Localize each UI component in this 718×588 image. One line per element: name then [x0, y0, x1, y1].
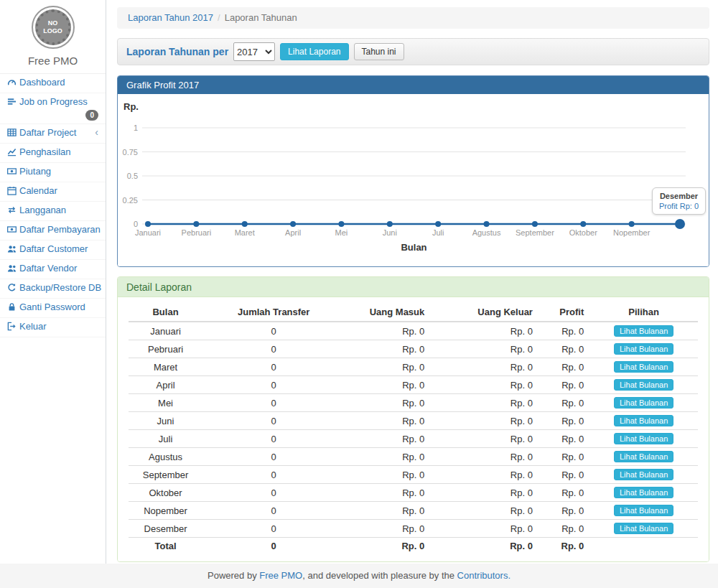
tooltip-title: Desember: [659, 192, 699, 200]
lock-icon: [7, 302, 19, 314]
filter-label: Laporan Tahunan per: [126, 46, 228, 57]
sidebar-item-label: Daftar Project: [19, 127, 76, 138]
cell-pilihan: Lihat Bulanan: [589, 484, 698, 502]
svg-text:0.75: 0.75: [123, 148, 138, 157]
lihat-bulanan-button[interactable]: Lihat Bulanan: [614, 343, 673, 355]
footer-text-prefix: Powered by: [208, 570, 259, 581]
logo-badge: NO LOGO: [35, 9, 71, 45]
data-point-april: [290, 221, 296, 227]
logo-text: NO LOGO: [42, 19, 65, 35]
cell-jumlah_transfer: 0: [202, 448, 345, 466]
cell-uang_masuk: Rp. 0: [345, 538, 430, 555]
chevron-left-icon: ‹: [95, 127, 98, 138]
cell-uang_keluar: Rp. 0: [430, 448, 538, 466]
sidebar-item-dashboard[interactable]: Dashboard: [0, 74, 106, 93]
tahun-ini-button[interactable]: Tahun ini: [354, 43, 404, 60]
lihat-bulanan-button[interactable]: Lihat Bulanan: [614, 415, 673, 426]
column-header-uang-masuk: Uang Masuk: [345, 303, 430, 322]
lihat-bulanan-button[interactable]: Lihat Bulanan: [614, 379, 673, 391]
lihat-bulanan-button[interactable]: Lihat Bulanan: [614, 451, 673, 462]
detail-panel-body: BulanJumlah TransferUang MasukUang Kelua…: [118, 297, 709, 561]
cell-jumlah_transfer: 0: [202, 520, 345, 538]
lihat-bulanan-button[interactable]: Lihat Bulanan: [614, 487, 673, 498]
sidebar-item-daftar-vendor[interactable]: Daftar Vendor: [0, 260, 106, 279]
cell-uang_masuk: Rp. 0: [345, 430, 430, 448]
tasks-icon: [7, 97, 19, 109]
breadcrumb-separator: /: [218, 12, 220, 23]
data-point-juli: [435, 221, 441, 227]
sidebar-item-daftar-customer[interactable]: Daftar Customer: [0, 241, 106, 260]
sidebar-item-keluar[interactable]: Keluar: [0, 318, 106, 337]
header-row: BulanJumlah TransferUang MasukUang Kelua…: [129, 303, 698, 322]
logo: NO LOGO: [0, 0, 106, 49]
sidebar-item-job-on-progress[interactable]: Job on Progress0: [0, 93, 106, 124]
cell-jumlah_transfer: 0: [202, 394, 345, 412]
sidebar-item-label: Keluar: [19, 321, 47, 332]
column-header-pilihan: Pilihan: [589, 303, 698, 322]
cell-jumlah_transfer: 0: [202, 484, 345, 502]
sidebar-item-label: Job on Progress: [19, 96, 88, 107]
lihat-bulanan-button[interactable]: Lihat Bulanan: [614, 505, 673, 516]
cell-uang_keluar: Rp. 0: [430, 520, 538, 538]
cell-profit: Rp. 0: [538, 520, 589, 538]
cell-jumlah_transfer: 0: [202, 340, 345, 358]
lihat-bulanan-button[interactable]: Lihat Bulanan: [614, 397, 673, 409]
sidebar-item-label: Piutang: [19, 166, 51, 177]
footer: Powered by Free PMO, and developed with …: [0, 564, 718, 588]
table-row-pebruari: Pebruari0Rp. 0Rp. 0Rp. 0Lihat Bulanan: [129, 340, 698, 358]
cell-uang_masuk: Rp. 0: [345, 394, 430, 412]
svg-text:Bulan: Bulan: [401, 242, 426, 253]
cell-uang_keluar: Rp. 0: [430, 340, 538, 358]
svg-text:September: September: [516, 228, 554, 237]
money-icon: [7, 167, 19, 179]
svg-text:0.25: 0.25: [123, 196, 138, 205]
cell-bulan: April: [129, 376, 202, 394]
footer-link-freepmo[interactable]: Free PMO: [259, 570, 302, 581]
sidebar-item-langganan[interactable]: Langganan: [0, 202, 106, 221]
data-point-juni: [387, 221, 393, 227]
sidebar-item-calendar[interactable]: Calendar: [0, 182, 106, 202]
cell-uang_keluar: Rp. 0: [430, 322, 538, 340]
column-header-bulan: Bulan: [129, 303, 202, 322]
sidebar-item-ganti-password[interactable]: Ganti Password: [0, 299, 106, 318]
sidebar-item-daftar-project[interactable]: Daftar Project‹: [0, 124, 106, 144]
sidebar-item-backup-restore-db[interactable]: Backup/Restore DB: [0, 279, 106, 299]
cell-bulan: Pebruari: [129, 340, 202, 358]
breadcrumb: Laporan Tahun 2017/Laporan Tahunan: [117, 7, 709, 29]
users-icon: [7, 263, 19, 276]
sidebar-item-daftar-pembayaran[interactable]: Daftar Pembayaran: [0, 221, 106, 241]
cell-profit: Rp. 0: [538, 502, 589, 520]
cell-profit: Rp. 0: [538, 394, 589, 412]
year-select[interactable]: 2017: [233, 42, 275, 61]
sidebar-item-label: Dashboard: [19, 77, 65, 88]
cell-bulan: Mei: [129, 394, 202, 412]
table-row-maret: Maret0Rp. 0Rp. 0Rp. 0Lihat Bulanan: [129, 358, 698, 376]
table-row-januari: Januari0Rp. 0Rp. 0Rp. 0Lihat Bulanan: [129, 322, 698, 340]
cell-bulan: Nopember: [129, 502, 202, 520]
profit-chart-panel: Grafik Profit 2017 00.250.50.751Rp.Janua…: [117, 75, 709, 267]
cell-pilihan: Lihat Bulanan: [589, 322, 698, 340]
cell-profit: Rp. 0: [538, 430, 589, 448]
gauge-icon: [7, 78, 19, 90]
data-point-september: [532, 221, 538, 227]
lihat-bulanan-button[interactable]: Lihat Bulanan: [614, 433, 673, 444]
sidebar-item-piutang[interactable]: Piutang: [0, 163, 106, 182]
lihat-bulanan-button[interactable]: Lihat Bulanan: [614, 325, 673, 337]
cell-uang_keluar: Rp. 0: [430, 538, 538, 555]
cell-jumlah_transfer: 0: [202, 502, 345, 520]
lihat-bulanan-button[interactable]: Lihat Bulanan: [614, 361, 673, 373]
cell-jumlah_transfer: 0: [202, 430, 345, 448]
sidebar-item-penghasilan[interactable]: Penghasilan: [0, 144, 106, 163]
table-row-juli: Juli0Rp. 0Rp. 0Rp. 0Lihat Bulanan: [129, 430, 698, 448]
table-row-agustus: Agustus0Rp. 0Rp. 0Rp. 0Lihat Bulanan: [129, 448, 698, 466]
lihat-laporan-button[interactable]: Lihat Laporan: [280, 43, 348, 60]
cell-uang_masuk: Rp. 0: [345, 520, 430, 538]
cell-profit: Rp. 0: [538, 412, 589, 430]
cell-bulan: September: [129, 466, 202, 484]
lihat-bulanan-button[interactable]: Lihat Bulanan: [614, 523, 673, 534]
cell-bulan: Oktober: [129, 484, 202, 502]
cell-uang_keluar: Rp. 0: [430, 466, 538, 484]
footer-link-contributors[interactable]: Contributors.: [457, 570, 510, 581]
breadcrumb-link[interactable]: Laporan Tahun 2017: [128, 12, 213, 23]
lihat-bulanan-button[interactable]: Lihat Bulanan: [614, 469, 673, 480]
